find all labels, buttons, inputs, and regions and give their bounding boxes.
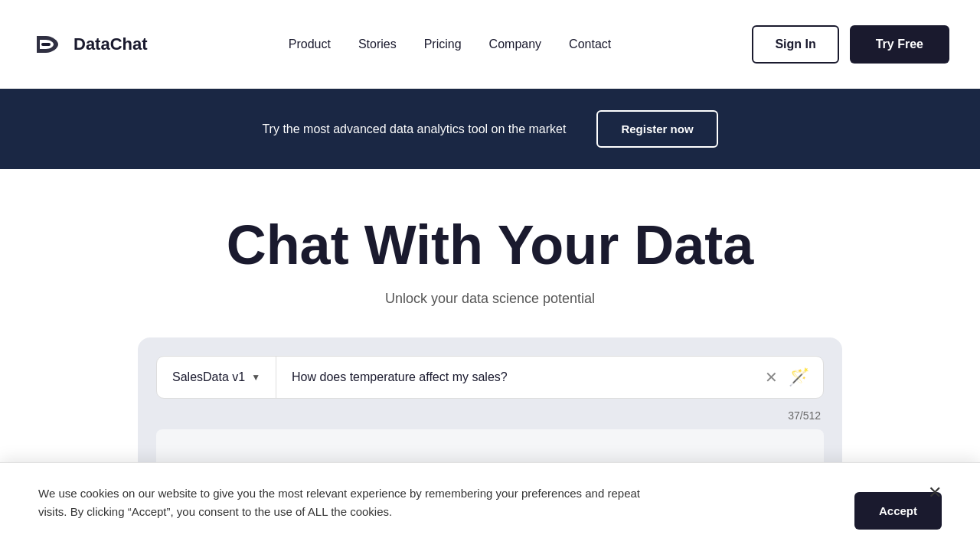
dataset-selector[interactable]: SalesData v1 ▼	[157, 357, 276, 398]
register-button[interactable]: Register now	[596, 110, 717, 148]
demo-input-row: SalesData v1 ▼ ✕ 🪄	[156, 356, 824, 399]
magic-wand-icon[interactable]: 🪄	[789, 367, 809, 387]
dropdown-arrow-icon: ▼	[251, 372, 260, 383]
tryfree-button[interactable]: Try Free	[850, 25, 949, 64]
cookie-banner: We use cookies on our website to give yo…	[0, 462, 980, 517]
promo-banner: Try the most advanced data analytics too…	[0, 89, 980, 169]
hero-subtitle: Unlock your data science potential	[31, 291, 949, 307]
char-count: 37/512	[156, 409, 824, 422]
logo-link[interactable]: DataChat	[31, 27, 148, 62]
cookie-close-button[interactable]: ✕	[928, 484, 942, 501]
dataset-label: SalesData v1	[172, 370, 245, 384]
input-icons: ✕ 🪄	[751, 367, 823, 387]
navbar: DataChat Product Stories Pricing Company…	[0, 0, 980, 89]
logo-text: DataChat	[74, 34, 148, 54]
nav-product[interactable]: Product	[289, 37, 331, 51]
banner-text: Try the most advanced data analytics too…	[262, 122, 566, 136]
nav-stories[interactable]: Stories	[358, 37, 397, 51]
cookie-content: We use cookies on our website to give yo…	[38, 484, 831, 517]
cookie-text: We use cookies on our website to give yo…	[38, 484, 666, 517]
signin-button[interactable]: Sign In	[752, 25, 838, 64]
clear-icon[interactable]: ✕	[765, 368, 778, 386]
nav-links: Product Stories Pricing Company Contact	[289, 37, 611, 51]
svg-rect-1	[41, 43, 51, 46]
datachat-logo-icon	[31, 27, 66, 62]
nav-pricing[interactable]: Pricing	[424, 37, 462, 51]
nav-company[interactable]: Company	[489, 37, 541, 51]
nav-contact[interactable]: Contact	[569, 37, 611, 51]
query-input[interactable]	[276, 357, 751, 398]
hero-title: Chat With Your Data	[31, 215, 949, 276]
nav-actions: Sign In Try Free	[752, 25, 949, 64]
